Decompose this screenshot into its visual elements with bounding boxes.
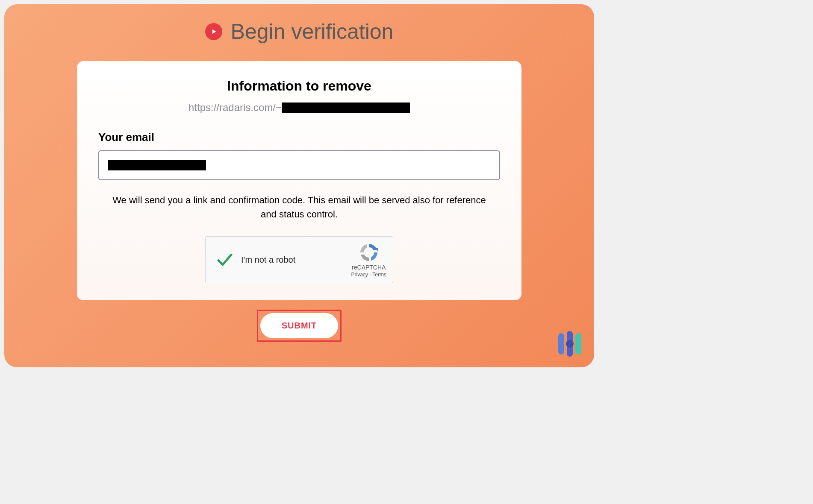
recaptcha-widget[interactable]: I'm not a robot reCAPTCHA Privacy - Term…	[205, 236, 393, 283]
submit-button[interactable]: SUBMIT	[260, 313, 339, 338]
decorative-bars-icon	[558, 331, 581, 357]
redacted-email-value	[108, 160, 206, 170]
bar-3	[575, 333, 581, 355]
recaptcha-branding: reCAPTCHA Privacy - Terms	[351, 242, 386, 278]
checkmark-icon	[216, 251, 233, 268]
play-icon	[205, 23, 222, 40]
email-field[interactable]	[98, 150, 500, 180]
bar-2-wrap	[567, 331, 573, 357]
recaptcha-privacy-link[interactable]: Privacy	[351, 272, 368, 278]
submit-highlight-box: SUBMIT	[257, 310, 342, 342]
recaptcha-logo-icon	[358, 242, 380, 263]
redacted-url-segment	[282, 103, 410, 113]
email-label: Your email	[98, 131, 500, 144]
email-helper-text: We will send you a link and confirmation…	[98, 193, 500, 221]
recaptcha-links: Privacy - Terms	[351, 272, 386, 278]
recaptcha-separator: -	[368, 272, 372, 278]
page-title: Begin verification	[231, 19, 394, 44]
url-prefix-text: https://radaris.com/~	[189, 102, 282, 114]
submit-wrapper: SUBMIT	[56, 310, 543, 342]
form-card: Information to remove https://radaris.co…	[77, 61, 521, 300]
bar-2-dot	[566, 340, 574, 348]
removal-url-line: https://radaris.com/~	[98, 102, 500, 114]
recaptcha-brand-text: reCAPTCHA	[352, 264, 386, 271]
verification-panel: Begin verification Information to remove…	[4, 4, 594, 367]
bar-1	[558, 333, 564, 355]
section-title: Information to remove	[98, 78, 500, 94]
recaptcha-label: I'm not a robot	[241, 255, 344, 265]
panel-header: Begin verification	[56, 19, 543, 44]
recaptcha-terms-link[interactable]: Terms	[372, 272, 386, 278]
